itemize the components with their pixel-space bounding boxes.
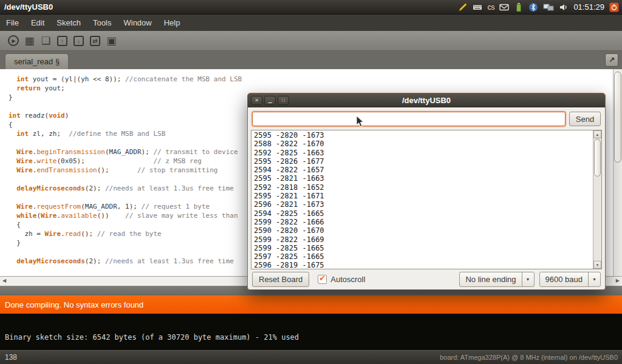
serial-line: 2596 -2819 -1675	[254, 261, 593, 269]
verify-button[interactable]: ▶	[5, 33, 21, 49]
scroll-right-icon[interactable]: ▶	[616, 278, 620, 283]
menu-window[interactable]: Window	[117, 15, 157, 31]
baud-rate-select[interactable]: 9600 baud ▼	[539, 272, 601, 287]
tab-bar: serial_read § ↗	[0, 51, 622, 69]
editor-vertical-scrollbar[interactable]	[613, 69, 622, 276]
keyboard-icon[interactable]	[473, 2, 482, 12]
dialog-title: /dev/ttyUSB0	[248, 93, 605, 107]
scrollbar-track[interactable]	[593, 177, 601, 261]
serial-line: 2592 -2825 -1663	[254, 149, 593, 157]
serial-line: 2599 -2822 -1669	[254, 235, 593, 244]
footer-bar: 138 board: ATmega328P(A) @ 8 MHz (intern…	[0, 350, 622, 364]
code-line: return yout;	[9, 84, 622, 93]
dialog-titlebar[interactable]: /dev/ttyUSB0 ✕ ▁ □	[248, 93, 605, 107]
serial-output-area[interactable]: 2595 -2820 -16732588 -2822 -16702592 -28…	[251, 130, 602, 269]
dropdown-arrow-icon: ▼	[588, 272, 600, 286]
scroll-up-icon: ▲	[596, 133, 600, 136]
serial-line: 2599 -2822 -1666	[254, 218, 593, 226]
line-ending-select[interactable]: No line ending ▼	[459, 272, 534, 287]
window-title: /dev/ttyUSB0	[4, 2, 53, 12]
minimize-button[interactable]: ▁	[264, 96, 276, 105]
toolbar: ▶▦❏↑↓⇄▣	[0, 31, 622, 51]
serial-monitor-window: /dev/ttyUSB0 ✕ ▁ □ Send 2595 -2820 -1673…	[247, 93, 606, 290]
serial-line: 2599 -2825 -1665	[254, 244, 593, 252]
window-buttons: ✕ ▁ □	[251, 96, 289, 105]
serial-output: 2595 -2820 -16732588 -2822 -16702592 -28…	[251, 130, 593, 269]
autoscroll-checkbox[interactable]: ✔	[318, 275, 327, 284]
serial-line: 2588 -2822 -1670	[254, 140, 593, 148]
notes-icon[interactable]	[458, 2, 468, 12]
serial-line: 2594 -2825 -1665	[254, 209, 593, 218]
close-icon: ✕	[255, 98, 259, 103]
dropdown-arrow-icon: ▼	[522, 272, 534, 286]
programmer-icon: ▣	[106, 36, 116, 46]
serial-line: 2590 -2820 -1670	[254, 226, 593, 235]
board-info: board: ATmega328P(A) @ 8 MHz (internal) …	[440, 354, 618, 361]
serial-input[interactable]	[252, 112, 566, 126]
console-output: Binary sketch size: 6542 bytes (of a 307…	[0, 314, 622, 350]
serial-line: 2595 -2821 -1671	[254, 192, 593, 200]
serial-line: 2595 -2826 -1677	[254, 157, 593, 166]
open-button[interactable]: ↑	[54, 33, 70, 49]
top-panel: /dev/ttyUSB0 cs 01:51:29	[0, 0, 622, 15]
scroll-left-icon[interactable]: ◀	[2, 278, 6, 283]
menu-file[interactable]: File	[0, 15, 25, 31]
bluetooth-icon[interactable]	[528, 2, 538, 12]
scroll-down-icon: ▼	[596, 263, 600, 267]
send-button[interactable]: Send	[569, 112, 601, 126]
menu-help[interactable]: Help	[158, 15, 186, 31]
serial-line: 2592 -2818 -1652	[254, 183, 593, 192]
serial-line: 2595 -2821 -1663	[254, 174, 593, 183]
menu-tools[interactable]: Tools	[87, 15, 117, 31]
status-bar: Done compiling. No syntax errors found	[0, 295, 622, 314]
session-icon[interactable]	[609, 2, 619, 12]
upload-icon: ▦	[24, 36, 34, 46]
scrollbar-thumb[interactable]	[594, 139, 601, 177]
output-scrollbar[interactable]: ▲ ▼	[593, 130, 601, 269]
mail-icon[interactable]	[499, 2, 509, 12]
menu-edit[interactable]: Edit	[25, 15, 50, 31]
check-icon: ✔	[319, 274, 326, 283]
serial-controls: Reset Board ✔ Autoscroll No line ending …	[252, 272, 601, 287]
clock[interactable]: 01:51:29	[573, 2, 604, 12]
status-message: Done compiling. No syntax errors found	[5, 300, 143, 309]
export-button[interactable]: ⇄	[87, 33, 103, 49]
menu-bar: FileEditSketchToolsWindowHelp	[0, 15, 622, 31]
reset-board-button[interactable]: Reset Board	[252, 272, 309, 287]
new-sketch-icon: ❏	[41, 36, 50, 46]
serial-line: 2597 -2825 -1665	[254, 252, 593, 261]
network-icon[interactable]	[543, 2, 554, 12]
baud-value: 9600 baud	[540, 272, 588, 286]
save-icon: ↓	[73, 36, 84, 46]
keyboard-layout-indicator[interactable]: cs	[487, 3, 494, 12]
volume-icon[interactable]	[559, 2, 569, 12]
scroll-up-button[interactable]: ▲	[593, 130, 601, 138]
maximize-button[interactable]: □	[278, 96, 289, 105]
maximize-icon: □	[282, 98, 285, 103]
close-button[interactable]: ✕	[251, 96, 262, 105]
scrollbar-thumb[interactable]	[614, 72, 621, 163]
verify-icon: ▶	[8, 35, 19, 46]
send-row: Send	[252, 112, 601, 126]
programmer-button[interactable]: ▣	[103, 33, 120, 49]
serial-line: 2596 -2821 -1673	[254, 200, 593, 209]
battery-icon[interactable]	[514, 2, 524, 12]
mouse-cursor	[356, 115, 364, 127]
open-icon: ↑	[57, 36, 67, 46]
menu-sketch[interactable]: Sketch	[50, 15, 87, 31]
autoscroll-control[interactable]: ✔ Autoscroll	[318, 275, 365, 284]
upload-button[interactable]: ▦	[21, 33, 38, 49]
export-icon: ⇄	[90, 36, 100, 46]
tab-label: serial_read §	[14, 57, 60, 66]
scroll-down-button[interactable]: ▼	[593, 261, 601, 269]
serial-monitor-button[interactable]: ↗	[605, 53, 618, 67]
line-number: 138	[5, 353, 17, 362]
new-sketch-button[interactable]: ❏	[38, 33, 54, 49]
console-text: Binary sketch size: 6542 bytes (of a 307…	[5, 333, 299, 342]
code-line: int yout = (yl|(yh << 8)); //concatenate…	[9, 75, 622, 84]
minimize-icon: ▁	[268, 98, 272, 103]
save-button[interactable]: ↓	[70, 33, 87, 49]
autoscroll-label: Autoscroll	[330, 275, 365, 284]
tab-serial-read[interactable]: serial_read §	[5, 53, 69, 69]
serial-monitor-icon: ↗	[609, 56, 615, 64]
